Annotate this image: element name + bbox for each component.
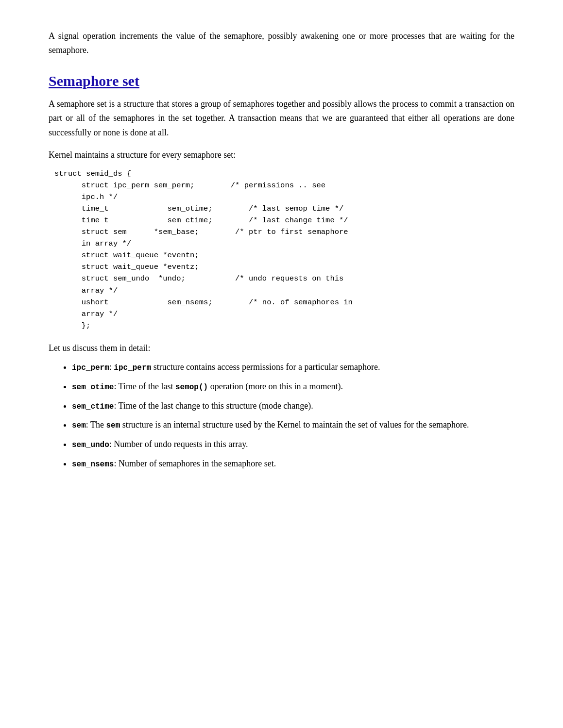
sem-code-2: sem [106,421,120,430]
code-block: struct semid_ds { struct ipc_perm sem_pe… [49,166,514,333]
ipc-perm-code-1: ipc_perm [72,364,109,372]
list-item: sem: The sem structure is an internal st… [72,418,514,432]
bullet-list: ipc_perm: ipc_perm structure contains ac… [49,360,514,471]
section-heading[interactable]: Semaphore set [49,73,514,89]
list-item: ipc_perm: ipc_perm structure contains ac… [72,360,514,375]
list-item: sem_nsems: Number of semaphores in the s… [72,457,514,471]
sem-otime-code: sem_otime [72,383,114,392]
sem-ctime-code: sem_ctime [72,402,114,411]
section-description: A semaphore set is a structure that stor… [49,97,514,140]
let-discuss: Let us discuss them in detail: [49,341,514,356]
semop-code: semop() [175,383,208,392]
list-item: sem_otime: Time of the last semop() oper… [72,380,514,394]
sem-nsems-code: sem_nsems [72,460,114,469]
list-item: sem_undo: Number of undo requests in thi… [72,437,514,452]
sem-code-1: sem [72,421,86,430]
list-item: sem_ctime: Time of the last change to th… [72,399,514,414]
sem-undo-code: sem_undo [72,441,109,449]
intro-paragraph: A signal operation increments the value … [49,29,514,57]
ipc-perm-code-2: ipc_perm [114,364,151,372]
kernel-intro: Kernel maintains a structure for every s… [49,148,514,163]
